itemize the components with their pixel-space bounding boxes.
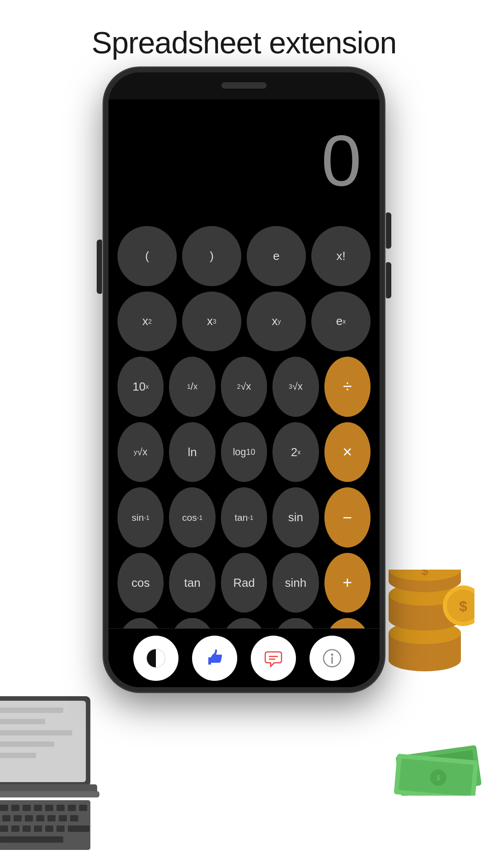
svg-rect-5	[0, 741, 54, 747]
svg-rect-2	[0, 708, 63, 713]
svg-rect-36	[56, 826, 65, 832]
coins-decoration: $ $	[375, 570, 474, 687]
btn-cos[interactable]: cos	[117, 553, 164, 613]
svg-text:$: $	[421, 570, 428, 578]
btn-plus[interactable]: +	[324, 553, 371, 613]
svg-rect-34	[34, 826, 42, 832]
svg-rect-27	[59, 815, 67, 821]
btn-e[interactable]: e	[247, 226, 306, 286]
button-row-2: x2 x3 xy ex	[117, 292, 371, 352]
btn-sin[interactable]: sin	[272, 487, 319, 547]
btn-factorial[interactable]: x!	[311, 226, 371, 286]
btn-sqrt2[interactable]: 2√x	[221, 357, 267, 417]
btn-divide[interactable]: ÷	[324, 357, 371, 417]
btn-sinh[interactable]: sinh	[272, 553, 319, 613]
btn-10-to-x[interactable]: 10x	[117, 357, 164, 417]
button-row-1: ( ) e x!	[117, 226, 371, 286]
svg-rect-32	[11, 826, 19, 832]
display-value: 0	[321, 124, 361, 197]
svg-rect-31	[0, 826, 8, 832]
btn-arctan[interactable]: tan-1	[221, 487, 267, 547]
phone-left-button	[97, 240, 102, 294]
btn-e-to-x[interactable]: ex	[311, 292, 371, 352]
svg-point-64	[331, 653, 333, 656]
btn-multiply[interactable]: ×	[324, 422, 371, 482]
svg-rect-6	[0, 753, 36, 758]
btn-tan[interactable]: tan	[169, 553, 215, 613]
svg-rect-26	[47, 815, 56, 821]
btn-rad[interactable]: Rad	[221, 553, 267, 613]
svg-rect-28	[70, 815, 78, 821]
svg-rect-22	[2, 815, 10, 821]
svg-rect-17	[56, 805, 65, 811]
svg-rect-8	[0, 791, 99, 797]
calculator-buttons: ( ) e x! x2 x3 xy ex 10x 1/x 2√x 3√x ÷	[108, 222, 380, 687]
btn-close-paren[interactable]: )	[182, 226, 241, 286]
btn-2-to-x[interactable]: 2x	[272, 422, 319, 482]
svg-rect-23	[14, 815, 22, 821]
svg-rect-12	[0, 805, 8, 811]
phone-power-button	[386, 212, 391, 249]
bottom-action-bar	[108, 628, 380, 687]
button-row-6: cos tan Rad sinh +	[117, 553, 371, 613]
button-row-5: sin-1 cos-1 tan-1 sin −	[117, 487, 371, 547]
svg-text:$: $	[459, 598, 467, 614]
svg-rect-38	[0, 836, 63, 843]
svg-rect-13	[11, 805, 19, 811]
like-button[interactable]	[192, 636, 237, 681]
svg-rect-25	[36, 815, 44, 821]
svg-rect-14	[23, 805, 31, 811]
btn-sqrt3[interactable]: 3√x	[272, 357, 319, 417]
btn-yth-root[interactable]: y√x	[117, 422, 164, 482]
btn-x-cubed[interactable]: x3	[182, 292, 241, 352]
feedback-button[interactable]	[251, 636, 296, 681]
button-row-3: 10x 1/x 2√x 3√x ÷	[117, 357, 371, 417]
svg-rect-33	[23, 826, 31, 832]
svg-rect-15	[34, 805, 42, 811]
svg-rect-3	[0, 719, 45, 724]
info-button[interactable]	[310, 636, 355, 681]
theme-toggle-button[interactable]	[133, 636, 178, 681]
btn-x-to-y[interactable]: xy	[247, 292, 306, 352]
svg-rect-16	[45, 805, 53, 811]
svg-rect-18	[68, 805, 76, 811]
btn-ln[interactable]: ln	[169, 422, 215, 482]
svg-rect-4	[0, 730, 72, 736]
btn-arcsin[interactable]: sin-1	[117, 487, 164, 547]
phone-mockup: 0 ( ) e x! x2 x3 xy ex 10x 1/x 2√x	[104, 68, 384, 692]
calculator-display: 0	[108, 99, 380, 222]
btn-log10[interactable]: log10	[221, 422, 267, 482]
phone-speaker	[221, 82, 267, 89]
laptop-decoration	[0, 687, 99, 868]
svg-rect-19	[79, 805, 87, 811]
button-row-4: y√x ln log10 2x ×	[117, 422, 371, 482]
phone-volume-button	[386, 262, 391, 298]
btn-open-paren[interactable]: (	[117, 226, 177, 286]
svg-text:$: $	[436, 774, 441, 782]
page-title: Spreadsheet extension	[0, 0, 488, 60]
svg-rect-37	[68, 826, 89, 832]
svg-rect-35	[45, 826, 53, 832]
phone-frame: 0 ( ) e x! x2 x3 xy ex 10x 1/x 2√x	[104, 68, 384, 692]
btn-x-squared[interactable]: x2	[117, 292, 177, 352]
btn-reciprocal[interactable]: 1/x	[169, 357, 215, 417]
svg-rect-24	[25, 815, 33, 821]
money-decoration: $ $	[393, 732, 483, 796]
btn-minus[interactable]: −	[324, 487, 371, 547]
btn-arccos[interactable]: cos-1	[169, 487, 215, 547]
